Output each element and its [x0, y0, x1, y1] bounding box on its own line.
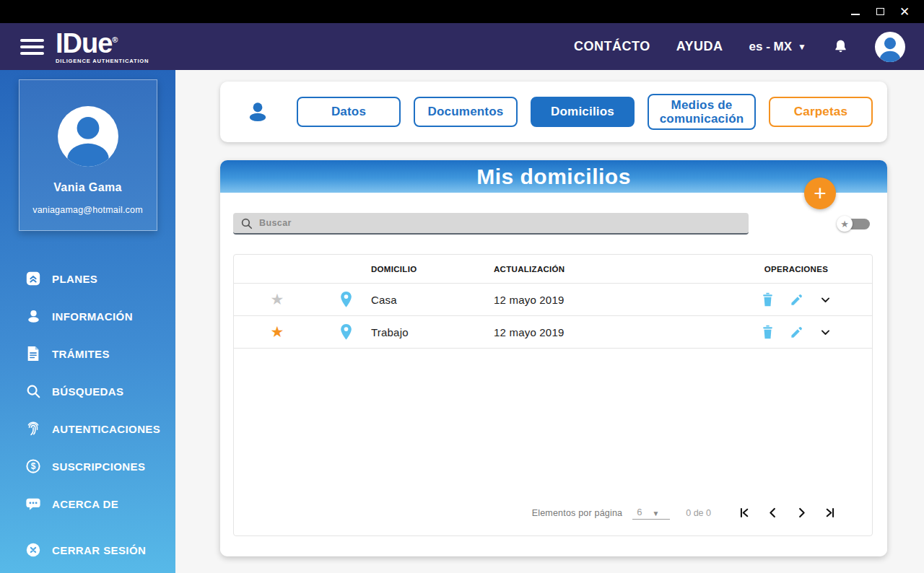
- search-input[interactable]: [259, 218, 741, 228]
- page-range-label: 0 de 0: [686, 508, 711, 518]
- search-icon: [25, 382, 42, 400]
- first-page-button[interactable]: [737, 506, 751, 520]
- panel-header: Mis domicilios: [220, 160, 887, 193]
- chevron-down-icon: ▼: [652, 509, 659, 517]
- tab-medios-de-comunicacion[interactable]: Medios de comunicación: [648, 94, 756, 130]
- language-label: es - MX: [749, 40, 793, 54]
- minimize-icon: [851, 14, 860, 15]
- table-header-row: DOMICILIO ACTUALIZACIÓN OPERACIONES: [234, 255, 872, 284]
- user-card-avatar: [58, 106, 118, 167]
- user-avatar[interactable]: [875, 32, 905, 62]
- sidebar-menu: PLANES INFORMACIÓN TRÁMITES: [0, 260, 175, 569]
- sidebar-item-label: SUSCRIPCIONES: [52, 460, 145, 473]
- sidebar-item-suscripciones[interactable]: $ SUSCRIPCIONES: [0, 447, 175, 485]
- column-header-actualizacion: ACTUALIZACIÓN: [494, 265, 720, 274]
- menu-icon[interactable]: [20, 39, 44, 55]
- user-name: Vania Gama: [53, 181, 122, 194]
- favorite-star-icon[interactable]: ★: [271, 324, 284, 339]
- user-email: vaniagamag@hotmail.com: [32, 205, 143, 215]
- panel-body: ★ DOMICILIO ACTUALIZACIÓN OPERACIONES: [220, 193, 887, 556]
- delete-icon[interactable]: [762, 292, 774, 307]
- document-icon: [25, 345, 42, 362]
- app-window: ✕ IDue® DILIGENCE AUTHENTICATION CONTÁCT…: [0, 0, 924, 573]
- plus-icon: +: [814, 183, 827, 204]
- search-icon: [240, 217, 253, 229]
- domicile-name: Casa: [371, 294, 494, 306]
- page-size-select[interactable]: 6 ▼: [632, 507, 670, 520]
- page-size-value: 6: [637, 507, 642, 517]
- dollar-circle-icon: $: [25, 458, 42, 475]
- sidebar-item-busquedas[interactable]: BÚSQUEDAS: [0, 372, 175, 410]
- prev-page-button[interactable]: [766, 506, 780, 520]
- sidebar-item-planes[interactable]: PLANES: [0, 260, 175, 297]
- fingerprint-icon: [25, 420, 42, 437]
- profile-tabs-card: Datos Documentos Domicilios Medios de co…: [220, 82, 887, 142]
- tab-domicilios[interactable]: Domicilios: [531, 97, 635, 127]
- app-logo: IDue® DILIGENCE AUTHENTICATION: [56, 30, 149, 64]
- logout-icon: [25, 541, 42, 559]
- sidebar-item-label: AUTENTICACIONES: [52, 423, 160, 435]
- tab-carpetas[interactable]: Carpetas: [769, 97, 873, 127]
- app-header: IDue® DILIGENCE AUTHENTICATION CONTÁCTO …: [0, 23, 924, 70]
- language-selector[interactable]: es - MX ▼: [749, 40, 806, 54]
- person-icon: [25, 307, 42, 325]
- favorites-toggle[interactable]: ★: [837, 215, 870, 232]
- items-per-page-label: Elementos por página: [532, 508, 623, 518]
- star-icon: ★: [840, 219, 849, 229]
- last-page-button[interactable]: [824, 506, 837, 520]
- column-header-operaciones: OPERACIONES: [720, 265, 872, 274]
- table-row: ★ Trabajo 12 mayo 2019: [234, 316, 872, 349]
- sidebar-item-tramites[interactable]: TRÁMITES: [0, 335, 175, 372]
- sidebar-item-cerrar-sesion[interactable]: CERRAR SESIÓN: [0, 531, 175, 569]
- edit-icon[interactable]: [790, 325, 803, 339]
- location-pin-icon: [321, 323, 371, 341]
- close-button[interactable]: ✕: [892, 1, 917, 22]
- panel-title: Mis domicilios: [476, 165, 631, 189]
- user-card: Vania Gama vaniagamag@hotmail.com: [19, 79, 157, 231]
- profile-person-icon: [246, 100, 269, 124]
- sidebar-item-label: TRÁMITES: [52, 348, 110, 360]
- close-icon: ✕: [899, 6, 910, 18]
- delete-icon[interactable]: [762, 325, 774, 339]
- toggle-thumb: ★: [837, 216, 853, 232]
- search-bar[interactable]: [233, 213, 749, 235]
- svg-text:$: $: [31, 461, 36, 471]
- domicile-name: Trabajo: [371, 326, 494, 338]
- sidebar-item-autenticaciones[interactable]: AUTENTICACIONES: [0, 410, 175, 447]
- person-icon: [875, 32, 905, 62]
- nav-contact[interactable]: CONTÁCTO: [574, 39, 650, 54]
- next-page-button[interactable]: [795, 506, 808, 520]
- sidebar-item-label: INFORMACIÓN: [52, 310, 133, 323]
- column-header-domicilio: DOMICILIO: [371, 265, 494, 274]
- minimize-button[interactable]: [843, 1, 868, 22]
- chevron-down-icon: ▼: [798, 42, 806, 52]
- logo-text: IDue: [56, 28, 112, 58]
- notifications-bell-icon[interactable]: [832, 38, 849, 55]
- favorite-star-icon[interactable]: ★: [271, 292, 284, 307]
- main-content: Datos Documentos Domicilios Medios de co…: [175, 70, 924, 573]
- sidebar-item-informacion[interactable]: INFORMACIÓN: [0, 297, 175, 335]
- expand-chevron-icon[interactable]: [819, 326, 832, 338]
- expand-chevron-icon[interactable]: [819, 294, 832, 306]
- tab-datos[interactable]: Datos: [297, 97, 401, 127]
- plans-icon: [25, 270, 42, 287]
- domicile-updated: 12 mayo 2019: [494, 326, 720, 338]
- domicile-updated: 12 mayo 2019: [494, 294, 720, 306]
- maximize-button[interactable]: [868, 1, 892, 22]
- tab-documentos[interactable]: Documentos: [414, 97, 518, 127]
- domicilios-panel: Mis domicilios + ★: [220, 160, 887, 556]
- domiciles-table: DOMICILIO ACTUALIZACIÓN OPERACIONES ★ Ca…: [233, 254, 873, 536]
- add-domicile-button[interactable]: +: [804, 178, 836, 209]
- sidebar-item-label: BÚSQUEDAS: [52, 385, 123, 398]
- chat-bubble-icon: [25, 495, 42, 512]
- person-icon: [58, 106, 118, 167]
- sidebar-item-label: CERRAR SESIÓN: [52, 544, 146, 556]
- edit-icon[interactable]: [790, 293, 803, 307]
- nav-help[interactable]: AYUDA: [676, 39, 723, 54]
- sidebar-item-acerca-de[interactable]: ACERCA DE: [0, 485, 175, 522]
- sidebar-item-label: ACERCA DE: [52, 498, 118, 510]
- logo-tagline: DILIGENCE AUTHENTICATION: [56, 58, 149, 64]
- location-pin-icon: [321, 291, 371, 308]
- sidebar: Vania Gama vaniagamag@hotmail.com PLANES…: [0, 70, 175, 573]
- title-bar: ✕: [0, 0, 924, 23]
